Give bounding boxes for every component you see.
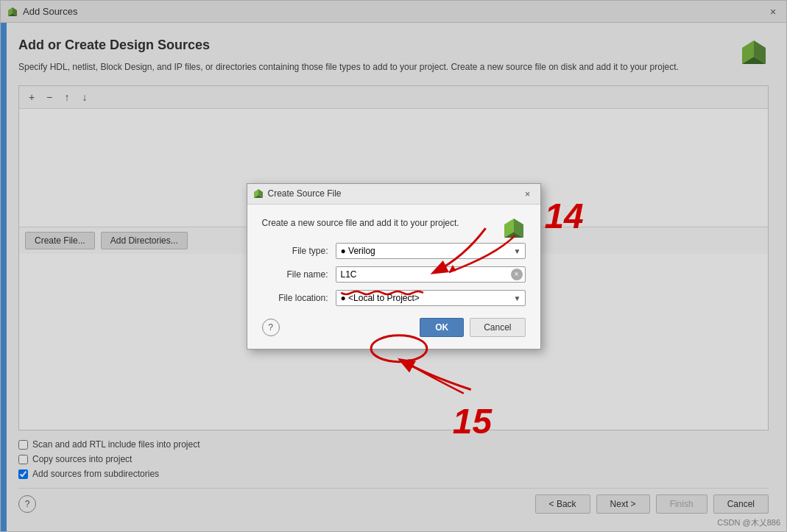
dialog-help-button[interactable]: ? xyxy=(262,319,280,336)
file-name-input-wrapper: × xyxy=(336,266,526,283)
dialog-logo xyxy=(502,216,526,240)
dialog-content: Create a new source file and add it to y… xyxy=(247,205,540,349)
file-name-input[interactable] xyxy=(336,266,526,283)
file-name-row: File name: × xyxy=(262,266,526,283)
dialog-close-button[interactable]: × xyxy=(521,187,534,200)
dialog-cancel-button[interactable]: Cancel xyxy=(470,318,525,337)
dialog-ok-button[interactable]: OK xyxy=(420,318,464,337)
file-location-row: File location: ● <Local to Project> ▼ xyxy=(262,290,526,306)
dialog-title-bar: Create Source File × xyxy=(247,184,540,205)
file-name-label: File name: xyxy=(262,269,328,280)
file-name-label-text: File name: xyxy=(286,269,328,280)
file-location-label: File location: xyxy=(262,293,328,303)
file-type-select[interactable]: ● Verilog VHDL SystemVerilog xyxy=(336,243,526,259)
file-type-label: File type: xyxy=(262,246,328,256)
dialog-vivado-icon xyxy=(253,188,264,199)
create-source-dialog: Create Source File × Create a new source… xyxy=(247,183,541,350)
file-type-label-text: File type: xyxy=(292,246,328,256)
dialog-title-text: Create Source File xyxy=(268,188,521,199)
file-location-select-wrapper: ● <Local to Project> ▼ xyxy=(336,290,526,306)
dialog-buttons: ? OK Cancel xyxy=(262,318,526,337)
file-name-clear-button[interactable]: × xyxy=(511,269,523,280)
file-location-select[interactable]: ● <Local to Project> xyxy=(336,290,526,306)
file-location-label-text: File location: xyxy=(278,293,328,303)
file-type-select-wrapper: ● Verilog VHDL SystemVerilog ▼ xyxy=(336,243,526,259)
main-window: Add Sources × Add or Create Design Sourc… xyxy=(0,0,787,532)
file-type-row: File type: ● Verilog VHDL SystemVerilog … xyxy=(262,243,526,259)
dialog-description: Create a new source file and add it to y… xyxy=(262,216,461,230)
